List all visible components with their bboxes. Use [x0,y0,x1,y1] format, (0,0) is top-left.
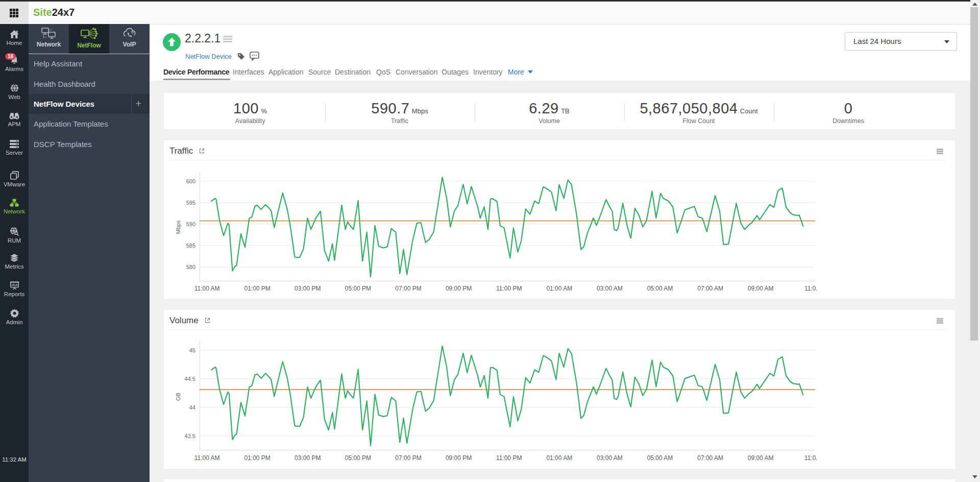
svg-text:11:0.: 11:0. [804,454,818,462]
svg-text:07:00 AM: 07:00 AM [697,454,723,462]
svg-text:44: 44 [189,404,195,411]
svg-text:01:00 PM: 01:00 PM [244,285,271,292]
svg-text:585: 585 [186,243,195,249]
svg-text:05:00 PM: 05:00 PM [345,285,371,292]
svg-text:01:00 PM: 01:00 PM [244,454,271,462]
svg-text:05:00 PM: 05:00 PM [345,454,371,462]
svg-text:GB: GB [175,393,181,401]
svg-text:01:00 AM: 01:00 AM [546,454,572,462]
svg-text:595: 595 [186,200,195,206]
svg-text:03:00 AM: 03:00 AM [597,285,623,292]
svg-text:03:00 PM: 03:00 PM [295,454,321,462]
svg-text:09:00 AM: 09:00 AM [748,454,774,462]
svg-text:11:00 AM: 11:00 AM [194,285,220,292]
svg-text:05:00 AM: 05:00 AM [647,454,673,462]
svg-text:580: 580 [186,264,195,270]
svg-text:590: 590 [186,221,195,227]
svg-text:44.5: 44.5 [185,376,195,382]
svg-text:11:00 AM: 11:00 AM [194,454,220,462]
svg-text:11:00 PM: 11:00 PM [496,285,522,292]
svg-text:600: 600 [186,178,195,184]
svg-text:07:00 PM: 07:00 PM [395,454,421,462]
svg-text:07:00 PM: 07:00 PM [395,285,421,292]
svg-text:45: 45 [189,347,195,353]
svg-text:03:00 PM: 03:00 PM [295,285,321,292]
svg-text:09:00 PM: 09:00 PM [446,454,472,462]
svg-text:05:00 AM: 05:00 AM [647,285,673,292]
svg-text:Mbps: Mbps [175,220,181,234]
svg-text:09:00 AM: 09:00 AM [748,285,774,292]
svg-text:11:00 PM: 11:00 PM [496,454,522,462]
svg-text:01:00 AM: 01:00 AM [546,285,572,292]
svg-text:11:0.: 11:0. [804,285,818,292]
svg-text:07:00 AM: 07:00 AM [697,285,723,292]
svg-text:03:00 AM: 03:00 AM [597,454,623,462]
svg-text:43.5: 43.5 [185,433,195,439]
svg-text:09:00 PM: 09:00 PM [446,285,472,292]
